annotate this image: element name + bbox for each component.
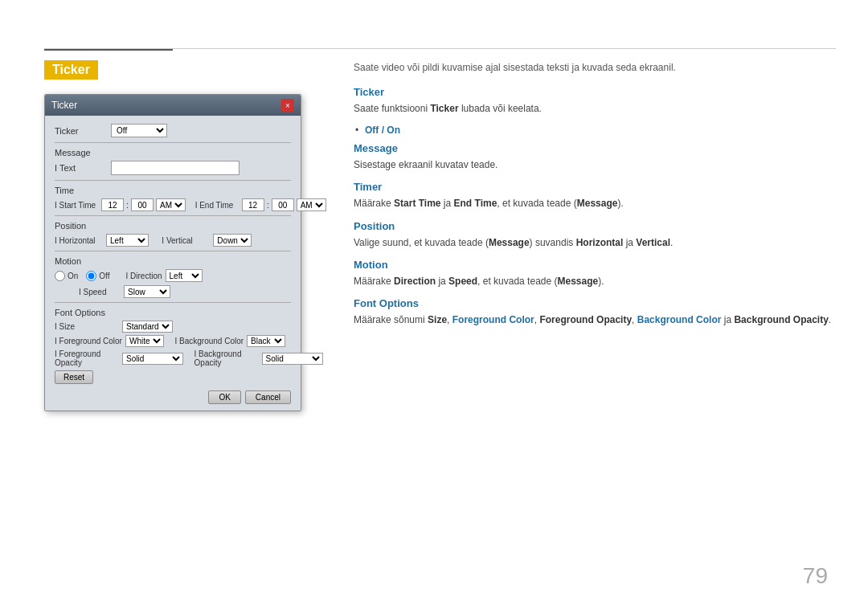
dialog-close-button[interactable]: × bbox=[281, 99, 294, 112]
end-time-label: I End Time bbox=[195, 201, 240, 210]
time-section-label: Time bbox=[55, 186, 291, 195]
start-hour-input[interactable] bbox=[101, 198, 124, 211]
motion-off-radio[interactable]: Off bbox=[86, 271, 109, 281]
start-time-row: I Start Time : AMPM I End Time : AMPM bbox=[55, 198, 291, 211]
font-options-section-title: Font Options bbox=[354, 297, 832, 309]
ticker-select[interactable]: Off On bbox=[111, 124, 167, 137]
horizontal-label: I Horizontal bbox=[55, 236, 103, 245]
direction-row: I Direction LeftRight bbox=[126, 269, 203, 282]
direction-select[interactable]: LeftRight bbox=[166, 269, 203, 282]
font-options-section-body: Määrake sõnumi Size, Foreground Color, F… bbox=[354, 313, 832, 328]
speed-select[interactable]: SlowMediumFast bbox=[124, 285, 170, 298]
position-row: I Horizontal LeftRightCenter I Vertical … bbox=[55, 234, 291, 247]
message-section-body: Sisestage ekraanil kuvatav teade. bbox=[354, 157, 832, 173]
ticker-badge: Ticker bbox=[44, 60, 98, 80]
ticker-section-body: Saate funktsiooni Ticker lubada või keel… bbox=[354, 101, 832, 116]
ok-button[interactable]: OK bbox=[208, 390, 240, 404]
size-label: I Size bbox=[55, 322, 119, 331]
position-section-body: Valige suund, et kuvada teade (Message) … bbox=[354, 235, 832, 251]
fg-color-select[interactable]: WhiteBlackRed bbox=[125, 335, 164, 347]
fg-color-label: I Foreground Color bbox=[55, 337, 122, 345]
size-select[interactable]: StandardLargeSmall bbox=[122, 321, 173, 333]
top-rule bbox=[44, 48, 836, 49]
motion-off-label: Off bbox=[99, 272, 109, 280]
timer-section-title: Timer bbox=[354, 181, 832, 193]
page-number: 79 bbox=[803, 563, 828, 589]
sep2 bbox=[55, 180, 291, 181]
message-section-title: Message bbox=[354, 142, 832, 154]
fg-opacity-row: I Foreground Opacity SolidTransparent I … bbox=[55, 349, 291, 367]
horizontal-select[interactable]: LeftRightCenter bbox=[106, 234, 149, 247]
ticker-row: Ticker Off On bbox=[55, 124, 291, 137]
motion-radio-row: On Off I Direction LeftRight bbox=[55, 269, 291, 282]
bg-color-label: I Background Color bbox=[175, 337, 244, 345]
dialog-title: Ticker bbox=[51, 100, 77, 111]
fg-opacity-label: I Foreground Opacity bbox=[55, 349, 119, 367]
end-ampm-select[interactable]: AMPM bbox=[297, 198, 326, 211]
motion-on-radio[interactable]: On bbox=[55, 271, 78, 281]
position-section-title: Position bbox=[354, 220, 832, 232]
message-input[interactable] bbox=[111, 161, 240, 175]
motion-section-label: Motion bbox=[55, 256, 291, 266]
motion-section: On Off I Direction LeftRight I Speed bbox=[55, 269, 291, 298]
speed-row: I Speed SlowMediumFast bbox=[79, 285, 291, 298]
start-time-label: I Start Time bbox=[55, 201, 99, 210]
bg-opacity-select[interactable]: SolidTransparent bbox=[262, 353, 323, 365]
motion-section-body: Määrake Direction ja Speed, et kuvada te… bbox=[354, 274, 832, 289]
right-section: Saate video või pildi kuvamise ajal sise… bbox=[354, 60, 832, 336]
bg-opacity-label: I Background Opacity bbox=[194, 349, 259, 367]
ticker-dialog: Ticker × Ticker Off On Message I Text bbox=[44, 94, 301, 411]
fg-color-row: I Foreground Color WhiteBlackRed I Backg… bbox=[55, 335, 291, 347]
sep3 bbox=[55, 215, 291, 216]
dialog-buttons: OK Cancel bbox=[55, 390, 291, 404]
direction-label: I Direction bbox=[126, 272, 162, 280]
sep4 bbox=[55, 251, 291, 251]
motion-on-label: On bbox=[68, 272, 78, 280]
end-hour-input[interactable] bbox=[242, 198, 264, 211]
vertical-label: I Vertical bbox=[162, 236, 210, 245]
size-row: I Size StandardLargeSmall bbox=[55, 321, 291, 333]
start-ampm-select[interactable]: AMPM bbox=[156, 198, 186, 211]
dialog-body: Ticker Off On Message I Text Time I Star… bbox=[45, 116, 301, 411]
text-label: I Text bbox=[55, 163, 111, 173]
font-options-label: Font Options bbox=[55, 308, 291, 317]
ticker-section-title: Ticker bbox=[354, 86, 832, 98]
motion-on-input[interactable] bbox=[55, 271, 65, 281]
speed-label: I Speed bbox=[79, 288, 121, 296]
reset-row: Reset bbox=[55, 370, 291, 384]
cancel-button[interactable]: Cancel bbox=[245, 390, 291, 404]
vertical-select[interactable]: DownUp bbox=[213, 234, 252, 247]
motion-off-input[interactable] bbox=[86, 271, 96, 281]
sep5 bbox=[55, 302, 291, 303]
fg-opacity-select[interactable]: SolidTransparent bbox=[122, 353, 183, 365]
message-section-label: Message bbox=[55, 148, 291, 157]
start-min-input[interactable] bbox=[131, 198, 154, 211]
ticker-field-label: Ticker bbox=[55, 126, 111, 136]
sep1 bbox=[55, 142, 291, 143]
bg-color-select[interactable]: BlackWhiteRed bbox=[247, 335, 285, 347]
font-options-section: I Size StandardLargeSmall I Foreground C… bbox=[55, 321, 291, 384]
timer-section-body: Määrake Start Time ja End Time, et kuvad… bbox=[354, 196, 832, 211]
intro-text: Saate video või pildi kuvamise ajal sise… bbox=[354, 60, 832, 75]
ticker-bullet: Off / On bbox=[354, 125, 832, 136]
message-row: I Text bbox=[55, 161, 291, 175]
motion-section-title: Motion bbox=[354, 259, 832, 271]
end-min-input[interactable] bbox=[272, 198, 294, 211]
dialog-titlebar: Ticker × bbox=[45, 95, 301, 116]
left-section: Ticker Ticker × Ticker Off On Message I … bbox=[44, 60, 358, 411]
position-section-label: Position bbox=[55, 221, 291, 231]
reset-button[interactable]: Reset bbox=[55, 370, 93, 384]
